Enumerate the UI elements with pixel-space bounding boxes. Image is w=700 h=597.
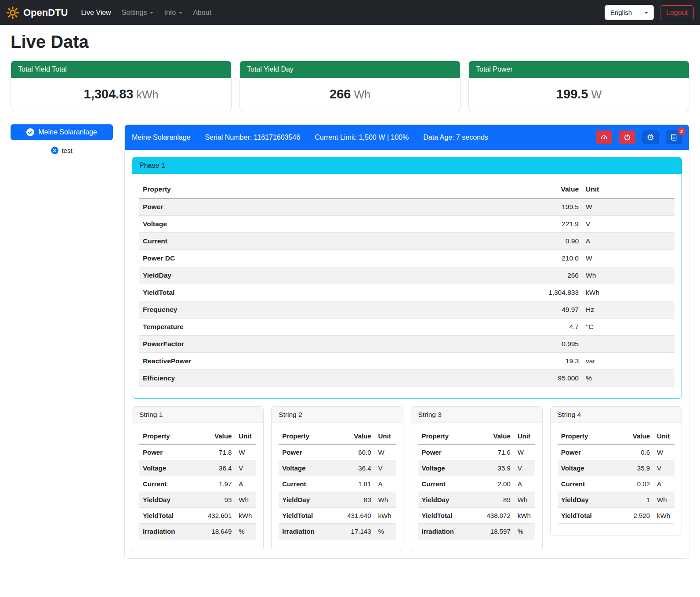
table-row: PowerFactor0.995 <box>139 336 675 353</box>
row-property: Efficiency <box>139 370 521 387</box>
table-row: YieldDay93Wh <box>139 492 256 508</box>
row-value: 66.0 <box>342 444 375 460</box>
row-value: 35.9 <box>482 460 514 476</box>
string-table-header: Property Value Unit <box>558 428 675 444</box>
row-property: YieldTotal <box>558 508 621 524</box>
nav-settings-label: Settings <box>122 9 147 17</box>
string-table-header: Property Value Unit <box>279 428 395 444</box>
row-value: 1.97 <box>203 476 235 492</box>
table-row: YieldDay83Wh <box>279 492 395 508</box>
row-property: Voltage <box>279 460 342 476</box>
string-card-1: String 1 Property Value Unit <box>132 406 264 551</box>
row-property: Current <box>418 476 482 492</box>
row-value: 432.601 <box>203 508 235 524</box>
row-unit: Wh <box>514 492 535 508</box>
row-unit: W <box>582 198 675 216</box>
power-control-button[interactable] <box>619 130 635 144</box>
navbar-right: English Logout <box>605 5 694 20</box>
event-log-button[interactable]: 2 <box>666 130 682 144</box>
summary-card-value: 266 <box>330 87 351 101</box>
column-property: Property <box>139 428 203 444</box>
row-unit: kWh <box>375 508 396 524</box>
row-unit: % <box>375 524 396 539</box>
row-unit: Wh <box>375 492 396 508</box>
column-unit: Unit <box>514 428 535 444</box>
row-unit: A <box>514 476 535 492</box>
row-property: PowerFactor <box>139 336 521 353</box>
summary-card-unit: Wh <box>354 88 370 101</box>
journal-icon <box>670 134 678 141</box>
column-value: Value <box>521 181 582 198</box>
row-property: Voltage <box>139 460 203 476</box>
row-unit: Hz <box>582 301 675 318</box>
row-unit: V <box>235 460 256 476</box>
nav-info[interactable]: Info <box>160 5 186 20</box>
summary-card-value: 1,304.83 <box>84 87 134 101</box>
row-value: 35.9 <box>621 460 653 476</box>
table-row: Irradiation18.597% <box>418 524 535 539</box>
table-row: Power199.5W <box>139 198 675 216</box>
row-property: YieldTotal <box>139 284 521 301</box>
summary-card-title: Total Power <box>469 61 689 78</box>
brand-title: OpenDTU <box>23 7 68 18</box>
string-title: String 3 <box>411 407 542 423</box>
chevron-down-icon <box>179 12 182 14</box>
summary-card-total-power: Total Power 199.5W <box>468 61 689 111</box>
table-row: Voltage36.4V <box>279 460 395 476</box>
row-value: 36.4 <box>203 460 235 476</box>
row-unit: W <box>235 444 256 460</box>
string-body: Property Value Unit Power0.6WVoltage35.9… <box>551 423 682 535</box>
row-unit: V <box>582 216 675 233</box>
row-value: 93 <box>203 492 235 508</box>
logout-button[interactable]: Logout <box>660 5 694 20</box>
string-table: Property Value Unit Power71.6WVoltage35.… <box>418 428 535 539</box>
inverter-panel: Meine Solaranlage Serial Number: 1161716… <box>124 124 689 559</box>
nav-live-view[interactable]: Live View <box>77 5 114 20</box>
row-value: 4.7 <box>521 318 582 336</box>
check-circle-icon <box>26 128 34 136</box>
column-property: Property <box>139 181 521 198</box>
row-unit: var <box>582 353 675 370</box>
table-row: YieldDay1Wh <box>558 492 675 508</box>
sidebar-item-inverter-test[interactable]: test <box>11 147 113 154</box>
navbar: OpenDTU Live View Settings Info About En… <box>0 0 700 25</box>
phase-body: Property Value Unit Power199.5WVoltage22… <box>132 174 682 398</box>
row-value: 1,304.833 <box>521 284 582 301</box>
string-table: Property Value Unit Power0.6WVoltage35.9… <box>558 428 675 524</box>
summary-card-body: 199.5W <box>469 78 689 111</box>
table-row: Voltage35.9V <box>558 460 675 476</box>
table-header-row: Property Value Unit <box>139 181 675 198</box>
string-table-body: Power66.0WVoltage36.4VCurrent1.81AYieldD… <box>279 444 395 539</box>
nav-settings[interactable]: Settings <box>118 5 157 20</box>
column-value: Value <box>482 428 514 444</box>
summary-card-unit: kWh <box>136 88 158 101</box>
table-row: YieldTotal432.601kWh <box>139 508 256 524</box>
string-title: String 1 <box>132 407 263 423</box>
summary-card-unit: W <box>591 88 602 101</box>
string-body: Property Value Unit Power66.0WVoltage36.… <box>272 423 403 551</box>
inverter-sidebar: Meine Solaranlage test <box>11 124 113 154</box>
inverter-name: Meine Solaranlage <box>38 128 97 136</box>
event-count-badge: 2 <box>678 127 685 135</box>
table-row: Power DC210.0W <box>139 250 675 267</box>
row-unit: kWh <box>582 284 675 301</box>
row-value: 19.3 <box>521 353 582 370</box>
string-body: Property Value Unit Power71.6WVoltage35.… <box>411 423 542 551</box>
column-unit: Unit <box>235 428 256 444</box>
language-select[interactable]: English <box>605 5 654 20</box>
row-unit: V <box>514 460 535 476</box>
sidebar-item-inverter-active[interactable]: Meine Solaranlage <box>11 124 113 140</box>
row-property: YieldDay <box>418 492 482 508</box>
nav-about[interactable]: About <box>189 5 215 20</box>
row-value: 0.02 <box>621 476 653 492</box>
row-property: Irradiation <box>418 524 482 539</box>
limit-control-button[interactable] <box>596 130 612 144</box>
device-info-button[interactable] <box>642 130 659 144</box>
string-card-3: String 3 Property Value Unit <box>411 406 543 551</box>
row-unit <box>582 336 675 353</box>
row-unit: W <box>375 444 396 460</box>
row-value: 431.640 <box>342 508 375 524</box>
string-card-2: String 2 Property Value Unit <box>271 406 403 551</box>
brand[interactable]: OpenDTU <box>6 6 68 19</box>
row-unit: W <box>582 250 675 267</box>
